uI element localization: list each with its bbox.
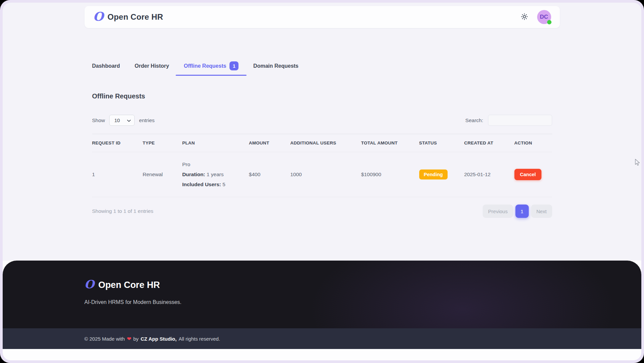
cell-amount: $400 — [249, 152, 290, 197]
cell-additional-users: 1000 — [290, 152, 361, 197]
page-size-value: 10 — [114, 117, 120, 123]
duration-value: 1 years — [207, 171, 224, 177]
top-bar: O Open Core HR DC — [85, 6, 560, 28]
table-header-row: Request ID Type Plan Amount Additional U… — [92, 134, 552, 152]
table-footer: Showing 1 to 1 of 1 entries Previous 1 N… — [92, 205, 552, 218]
pagination: Previous 1 Next — [483, 205, 552, 218]
main-content: Dashboard Order History Offline Requests… — [85, 61, 560, 218]
tab-offline-requests[interactable]: Offline Requests 1 — [184, 61, 238, 76]
entries-label: entries — [139, 117, 155, 123]
footer-tagline: AI-Driven HRMS for Modern Businesses. — [85, 299, 560, 305]
heart-icon: ❤ — [127, 336, 131, 342]
cancel-button[interactable]: Cancel — [514, 169, 542, 180]
cell-type: Renewal — [143, 152, 182, 197]
page-title: Offline Requests — [92, 92, 552, 100]
tab-bar: Dashboard Order History Offline Requests… — [92, 61, 552, 76]
col-request-id: Request ID — [92, 134, 143, 152]
cell-action: Cancel — [514, 152, 552, 197]
page-size-control: Show 10 entries — [92, 115, 155, 126]
tab-label: Offline Requests — [184, 63, 226, 69]
plan-included-users: Included Users: 5 — [182, 179, 246, 190]
search-label: Search: — [465, 117, 483, 123]
brand-title: Open Core HR — [108, 12, 163, 22]
next-page-button[interactable]: Next — [531, 205, 552, 218]
entries-summary: Showing 1 to 1 of 1 entries — [92, 208, 154, 214]
col-additional-users: Additional Users — [290, 134, 361, 152]
table-row: 1 Renewal Pro Duration: 1 years Included… — [92, 152, 552, 197]
tab-order-history[interactable]: Order History — [135, 61, 169, 76]
sun-icon — [520, 13, 528, 22]
included-users-value: 5 — [222, 182, 225, 187]
open-core-logo-icon: O — [93, 10, 104, 22]
open-core-logo-icon: O — [85, 279, 95, 290]
col-total-amount: Total Amount — [361, 134, 419, 152]
col-action: Action — [514, 134, 552, 152]
footer-dark-panel: O Open Core HR AI-Driven HRMS for Modern… — [3, 261, 641, 349]
avatar-initials: DC — [540, 14, 548, 20]
user-avatar[interactable]: DC — [537, 10, 551, 24]
tab-domain-requests[interactable]: Domain Requests — [253, 61, 298, 76]
show-label: Show — [92, 117, 105, 123]
studio-link[interactable]: CZ App Studio, — [141, 336, 177, 342]
page-1-button[interactable]: 1 — [515, 205, 529, 218]
status-badge: Pending — [419, 169, 448, 179]
top-bar-actions: DC — [520, 10, 551, 24]
tab-label: Domain Requests — [253, 63, 298, 69]
copyright-text: © 2025 Made with ❤ by CZ App Studio, All… — [85, 336, 560, 342]
app-page: O Open Core HR DC — [3, 3, 641, 360]
tab-label: Dashboard — [92, 63, 120, 69]
col-created-at: Created At — [464, 134, 514, 152]
offline-requests-table: Request ID Type Plan Amount Additional U… — [92, 134, 552, 197]
col-amount: Amount — [249, 134, 290, 152]
col-status: Status — [419, 134, 464, 152]
mouse-cursor-icon — [635, 159, 641, 167]
page-size-select[interactable]: 10 — [109, 115, 135, 126]
brand: O Open Core HR — [93, 11, 163, 23]
footer: O Open Core HR AI-Driven HRMS for Modern… — [3, 261, 641, 360]
col-plan: Plan — [182, 134, 249, 152]
footer-brand: O Open Core HR — [85, 261, 560, 291]
previous-page-button[interactable]: Previous — [483, 205, 513, 218]
search-control: Search: — [465, 115, 552, 126]
tab-count-badge: 1 — [229, 61, 238, 70]
tab-label: Order History — [135, 63, 169, 69]
cell-created-at: 2025-01-12 — [464, 152, 514, 197]
tab-dashboard[interactable]: Dashboard — [92, 61, 120, 76]
chevron-down-icon — [127, 117, 131, 123]
theme-toggle-button[interactable] — [520, 13, 528, 22]
footer-brand-title: Open Core HR — [98, 280, 160, 290]
cell-total-amount: $100900 — [361, 152, 419, 197]
cell-plan: Pro Duration: 1 years Included Users: 5 — [182, 152, 249, 197]
copyright-suffix: All rights reserved. — [179, 336, 220, 342]
duration-label: Duration: — [182, 171, 205, 177]
copyright-by: by — [133, 336, 139, 342]
col-type: Type — [143, 134, 182, 152]
plan-duration: Duration: 1 years — [182, 169, 246, 179]
table-controls: Show 10 entries Search: — [92, 115, 552, 126]
cell-request-id: 1 — [92, 152, 143, 197]
footer-copyright-bar: © 2025 Made with ❤ by CZ App Studio, All… — [3, 328, 641, 349]
cell-status: Pending — [419, 152, 464, 197]
included-users-label: Included Users: — [182, 182, 221, 187]
plan-name: Pro — [182, 159, 246, 169]
online-status-dot — [547, 20, 551, 24]
search-input[interactable] — [488, 115, 552, 126]
window-frame: O Open Core HR DC — [0, 0, 644, 363]
copyright-prefix: © 2025 Made with — [85, 336, 125, 342]
